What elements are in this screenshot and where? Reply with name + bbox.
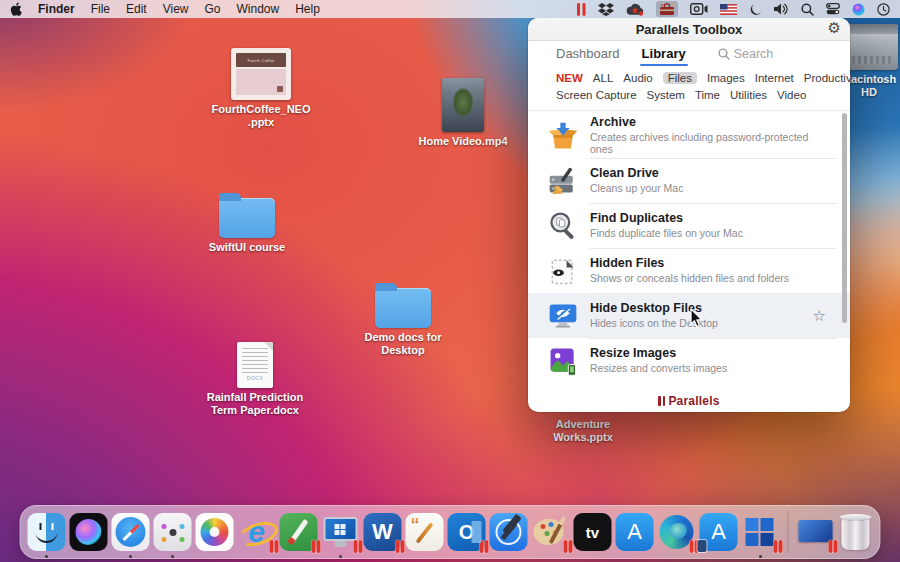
- tool-row-clean-drive[interactable]: Clean Drive Cleans up your Mac: [528, 158, 850, 203]
- dock-safari[interactable]: [112, 513, 150, 551]
- parallels-menu-icon[interactable]: [577, 1, 586, 17]
- gear-icon[interactable]: ⚙: [828, 19, 841, 37]
- tool-list: Archive Creates archives including passw…: [528, 110, 850, 390]
- parallels-badge: [479, 540, 489, 553]
- dropbox-icon[interactable]: [598, 1, 614, 17]
- desktop-icon-demodocs-folder[interactable]: Demo docs forDesktop: [358, 282, 448, 356]
- us-flag-icon[interactable]: [720, 1, 737, 17]
- parallels-toolbox-window: Parallels Toolbox ⚙ Dashboard Library NE…: [528, 18, 850, 412]
- menu-app-name[interactable]: Finder: [38, 2, 75, 16]
- category-productivity[interactable]: Productivity: [804, 72, 850, 84]
- desktop-icon-adventure[interactable]: AdventureWorks.pptx: [545, 418, 621, 443]
- menu-window[interactable]: Window: [237, 2, 280, 16]
- category-images[interactable]: Images: [707, 72, 745, 84]
- spotlight-icon[interactable]: [801, 1, 814, 17]
- screen-record-icon[interactable]: [690, 1, 708, 17]
- file-label: Rainfall Prediction: [207, 391, 304, 403]
- file-label: Home Video.mp4: [418, 135, 507, 147]
- dock-word[interactable]: W: [364, 513, 402, 551]
- dock-divider: [788, 511, 789, 553]
- parallels-logo-icon: [658, 396, 665, 406]
- do-not-disturb-icon[interactable]: [749, 1, 762, 17]
- menu-help[interactable]: Help: [295, 2, 320, 16]
- tool-row-resize-images[interactable]: Resize Images Resizes and converts image…: [528, 338, 850, 383]
- dock-outlook[interactable]: O: [448, 513, 486, 551]
- file-label: Adventure: [556, 418, 610, 430]
- tool-row-archive[interactable]: Archive Creates archives including passw…: [528, 113, 850, 158]
- desktop: Finder File Edit View Go Window Help: [0, 0, 900, 562]
- tool-title: Hidden Files: [590, 256, 826, 272]
- apple-menu-icon[interactable]: [10, 1, 22, 17]
- dock-trash[interactable]: [839, 513, 873, 551]
- tab-dashboard[interactable]: Dashboard: [556, 46, 620, 61]
- dock-finder[interactable]: [28, 513, 66, 551]
- category-internet[interactable]: Internet: [755, 72, 794, 84]
- dock-paint-palette[interactable]: [532, 513, 570, 551]
- dock-windows-pc[interactable]: [322, 513, 360, 551]
- tool-description: Shows or conceals hidden files and folde…: [590, 272, 815, 285]
- video-thumbnail: [442, 78, 484, 132]
- hidden-files-icon: [546, 254, 580, 288]
- menu-view[interactable]: View: [163, 2, 189, 16]
- tool-title: Resize Images: [590, 346, 826, 362]
- dock-app-store-badged[interactable]: A: [700, 513, 738, 551]
- desktop-icon-homevideo[interactable]: Home Video.mp4: [418, 78, 508, 148]
- resize-images-icon: [546, 344, 580, 378]
- menu-go[interactable]: Go: [205, 2, 221, 16]
- search-field[interactable]: [718, 47, 850, 61]
- clock-icon[interactable]: [877, 1, 890, 17]
- folder-icon: [219, 198, 275, 238]
- siri-icon[interactable]: [852, 1, 865, 17]
- dock-app-store[interactable]: A: [616, 513, 654, 551]
- clean-drive-icon: [546, 164, 580, 198]
- menu-edit[interactable]: Edit: [126, 2, 147, 16]
- tool-title: Find Duplicates: [590, 211, 826, 227]
- desktop-icon-rainfall-doc[interactable]: DOCX Rainfall PredictionTerm Paper.docx: [205, 342, 305, 416]
- dock-photos[interactable]: [196, 513, 234, 551]
- dock-apple-tv[interactable]: tv: [574, 513, 612, 551]
- dock-pen-notes[interactable]: “: [406, 513, 444, 551]
- control-center-icon[interactable]: [826, 1, 840, 17]
- parallels-logo-text: Parallels: [668, 394, 719, 408]
- menu-file[interactable]: File: [91, 2, 110, 16]
- category-files-selected[interactable]: Files: [663, 72, 697, 84]
- dock-windows[interactable]: [742, 513, 780, 551]
- folder-label: SwiftUI course: [209, 241, 285, 253]
- category-screen-capture[interactable]: Screen Capture: [556, 89, 637, 101]
- category-new[interactable]: NEW: [556, 72, 583, 84]
- search-input[interactable]: [734, 47, 850, 61]
- parallels-badge: [828, 540, 838, 553]
- tool-row-hidden-files[interactable]: Hidden Files Shows or conceals hidden fi…: [528, 248, 850, 293]
- category-utilities[interactable]: Utilities: [730, 89, 767, 101]
- dock-green-pen-app[interactable]: [280, 513, 318, 551]
- tool-row-hide-desktop-files[interactable]: Hide Desktop Files Hides icons on the De…: [528, 293, 850, 338]
- scrollbar[interactable]: [842, 113, 847, 323]
- dock-internet-explorer[interactable]: e: [238, 513, 276, 551]
- tool-description: Resizes and converts images: [590, 362, 815, 375]
- dock-siri[interactable]: [70, 513, 108, 551]
- favorite-star-icon[interactable]: ☆: [813, 307, 826, 325]
- tool-row-find-duplicates[interactable]: Find Duplicates Finds duplicate files on…: [528, 203, 850, 248]
- category-all[interactable]: ALL: [593, 72, 613, 84]
- dock-edge[interactable]: [658, 513, 696, 551]
- category-time[interactable]: Time: [695, 89, 720, 101]
- cloud-sync-icon[interactable]: [626, 1, 644, 17]
- desktop-icon-swiftui-folder[interactable]: SwiftUI course: [202, 192, 292, 254]
- toolbox-icon[interactable]: [656, 1, 678, 17]
- window-title: Parallels Toolbox: [636, 22, 743, 37]
- category-system[interactable]: System: [647, 89, 685, 101]
- tab-library[interactable]: Library: [642, 46, 686, 61]
- mouse-cursor: [690, 308, 704, 332]
- volume-icon[interactable]: [774, 1, 789, 17]
- parallels-badge: [269, 540, 279, 553]
- window-titlebar[interactable]: Parallels Toolbox ⚙: [528, 18, 850, 41]
- desktop-icon-fourthcoffee[interactable]: Fourth Coffee FourthCoffee_NEO.pptx: [218, 48, 304, 128]
- dock-photo-booth[interactable]: [154, 513, 192, 551]
- dock-windows-app-window[interactable]: [797, 513, 835, 551]
- tab-bar: Dashboard Library: [528, 41, 850, 66]
- menu-bar: Finder File Edit View Go Window Help: [0, 0, 900, 18]
- parallels-badge: [353, 540, 363, 553]
- dock-xcode[interactable]: [490, 513, 528, 551]
- category-video[interactable]: Video: [777, 89, 806, 101]
- category-audio[interactable]: Audio: [623, 72, 652, 84]
